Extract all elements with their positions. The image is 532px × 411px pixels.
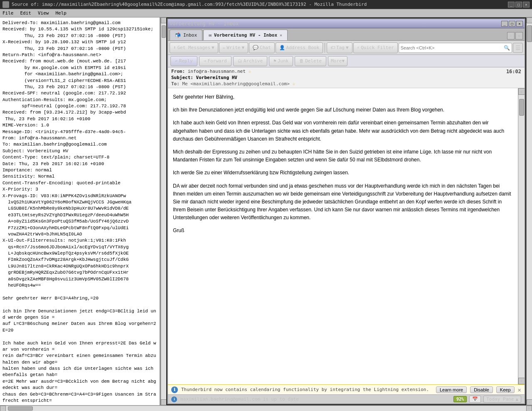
- minimize-button[interactable]: _: [508, 2, 515, 7]
- disable-button[interactable]: Disable: [470, 386, 493, 393]
- tab-inbox-label: Inbox: [183, 32, 197, 38]
- right-scroll-up[interactable]: ▲: [527, 17, 532, 23]
- right-scroll-track[interactable]: [527, 23, 532, 399]
- message-main: Sehr geehrter Herr Bähring, ich bin Ihre…: [168, 88, 518, 384]
- subject-value: Vorbereitung HV: [196, 75, 237, 80]
- tab-vorbereitung-label: Vorbereitung HV - Inbox: [214, 32, 277, 38]
- bottom-scroll-track[interactable]: [6, 406, 526, 411]
- source-pane[interactable]: Delivered-To: maximilian.baehring@gmail.…: [0, 17, 160, 405]
- delete-label: Delete: [305, 58, 322, 64]
- source-scroll-up[interactable]: ▲: [161, 17, 167, 23]
- source-pane-column: Delivered-To: maximilian.baehring@gmail.…: [0, 17, 166, 405]
- source-scroll-track[interactable]: [161, 23, 166, 399]
- msg-scroll-track[interactable]: [519, 95, 525, 378]
- more-arrow: ▼: [342, 58, 345, 64]
- tab-list-button[interactable]: ▼: [515, 32, 523, 40]
- tb-minimize-button[interactable]: _: [501, 21, 508, 27]
- body-paragraph5: DA wir aber derzeit noch formal verbunde…: [173, 182, 513, 222]
- window-controls: _ □ ✕: [508, 2, 530, 7]
- menu-help[interactable]: Help: [56, 10, 67, 16]
- body-paragraph2: Ich habe auch kein Geld von Ihnen erpres…: [173, 119, 513, 143]
- address-book-label: Address Book: [286, 45, 319, 50]
- body-paragraph1: ich bin Ihre Denunziationen jetzt endgül…: [173, 106, 513, 114]
- tab-bar: 📬 Inbox ✉ Vorbereitung HV - Inbox ✕ + ▼: [168, 28, 525, 41]
- more-label: More: [331, 58, 342, 64]
- menu-file[interactable]: File: [2, 10, 14, 16]
- message-scrollbar[interactable]: ▲ ▼: [518, 88, 525, 384]
- junk-icon: ⚑: [273, 58, 276, 64]
- message-time: 16:02: [506, 69, 521, 74]
- status-account: maximilian.baehring@gmail.com is up to d…: [180, 396, 299, 402]
- get-messages-arrow: ▼: [212, 45, 214, 50]
- archive-button[interactable]: 🗂 Archive: [233, 56, 267, 66]
- tab-inbox[interactable]: 📬 Inbox: [170, 30, 202, 40]
- status-calendar: 📅: [469, 396, 481, 403]
- toolbar-menu-button[interactable]: ☰: [513, 43, 523, 53]
- write-button[interactable]: ✏ Write ▼: [219, 42, 248, 53]
- keep-button[interactable]: Keep: [496, 386, 515, 393]
- search-box[interactable]: 🔍: [399, 43, 512, 53]
- junk-label: Junk: [278, 58, 289, 64]
- bottom-scroll-right[interactable]: ►: [526, 406, 532, 411]
- chat-button[interactable]: 💬 Chat: [249, 42, 275, 53]
- tag-arrow: ▼: [346, 45, 349, 50]
- to-label: To:: [171, 81, 182, 87]
- right-scroll-thumb[interactable]: [527, 25, 532, 42]
- right-scrollbar[interactable]: ▲ ▼: [526, 17, 532, 405]
- write-arrow: ▼: [241, 45, 244, 50]
- reply-button[interactable]: ↶ Reply: [170, 56, 197, 66]
- menu-edit[interactable]: Edit: [20, 10, 32, 16]
- delete-button[interactable]: 🗑 Delete: [295, 56, 326, 66]
- bottom-scroll-thumb[interactable]: [8, 406, 33, 411]
- msg-scroll-down[interactable]: ▼: [518, 378, 525, 384]
- quick-filter-label: Quick Filter: [361, 45, 394, 50]
- to-star[interactable]: ☆: [292, 81, 295, 87]
- notification-close[interactable]: ✕: [518, 386, 521, 393]
- chat-label: Chat: [260, 45, 271, 50]
- bottom-scroll-left[interactable]: ◄: [0, 406, 6, 411]
- today-pane-label: Today Pane: [486, 396, 514, 402]
- learn-more-button[interactable]: Learn more: [436, 386, 467, 393]
- close-button[interactable]: ✕: [523, 2, 530, 7]
- body-paragraph4: Ich werde Sie zu einer Widerrufsserkläru…: [173, 169, 513, 177]
- bottom-scrollbar[interactable]: ◄ ►: [0, 405, 532, 411]
- message-info: From: info@ra-haussmann.net ☆ Subject: V…: [168, 67, 525, 88]
- maximize-button[interactable]: □: [515, 2, 522, 7]
- title-bar: Source of: imap://maximilian%2Ebaehring%…: [0, 0, 532, 9]
- right-scroll-down[interactable]: ▼: [527, 399, 532, 405]
- msg-scroll-thumb[interactable]: [519, 99, 524, 116]
- today-pane-button[interactable]: Today Pane ▲: [483, 396, 521, 403]
- menu-view[interactable]: View: [38, 10, 49, 16]
- tab-vorbereitung-hv[interactable]: ✉ Vorbereitung HV - Inbox ✕: [203, 30, 288, 40]
- source-scrollbar[interactable]: ▲ ▼: [160, 17, 166, 405]
- message-area: Sehr geehrter Herr Bähring, ich bin Ihre…: [168, 88, 525, 384]
- forward-icon: →: [204, 58, 207, 64]
- write-icon: ✏: [223, 45, 226, 50]
- tab-new-button[interactable]: +: [507, 32, 515, 40]
- get-messages-label: Get Messages: [177, 45, 210, 50]
- search-input[interactable]: [401, 45, 502, 50]
- source-scroll-thumb[interactable]: [162, 25, 166, 38]
- message-body[interactable]: Sehr geehrter Herr Bähring, ich bin Ihre…: [168, 88, 518, 384]
- forward-button[interactable]: → Forward: [199, 56, 232, 66]
- tb-close-button[interactable]: ✕: [516, 21, 523, 27]
- quick-filter-button[interactable]: ⚡ Quick Filter: [353, 42, 398, 53]
- junk-button[interactable]: ⚑ Junk: [269, 56, 293, 66]
- more-button[interactable]: More ▼: [328, 56, 347, 66]
- source-scroll-down[interactable]: ▼: [161, 399, 167, 405]
- toolbar: ⬇ Get Messages ▼ ✏ Write ▼ 💬 Chat 👤: [168, 41, 525, 55]
- message-header-bar: ↶ Reply → Forward 🗂 Archive ⚑ Junk: [168, 55, 525, 67]
- from-star[interactable]: ☆: [248, 69, 251, 74]
- tb-maximize-button[interactable]: □: [509, 21, 515, 27]
- toolbar-separator: [325, 43, 325, 53]
- tb-win-controls: _ □ ✕: [501, 21, 523, 27]
- archive-icon: 🗂: [238, 58, 242, 64]
- address-book-button[interactable]: 👤 Address Book: [276, 42, 323, 53]
- tab-vorbereitung-close[interactable]: ✕: [280, 33, 282, 37]
- get-messages-button[interactable]: ⬇ Get Messages ▼: [170, 42, 218, 53]
- forward-label: Forward: [207, 58, 227, 64]
- today-pane-arrow: ▲: [515, 396, 518, 402]
- notification-bar: ℹ Thunderbird now contains calendaring f…: [168, 384, 525, 394]
- tag-button[interactable]: 🏷 Tag ▼: [327, 42, 352, 53]
- msg-scroll-up[interactable]: ▲: [518, 88, 525, 95]
